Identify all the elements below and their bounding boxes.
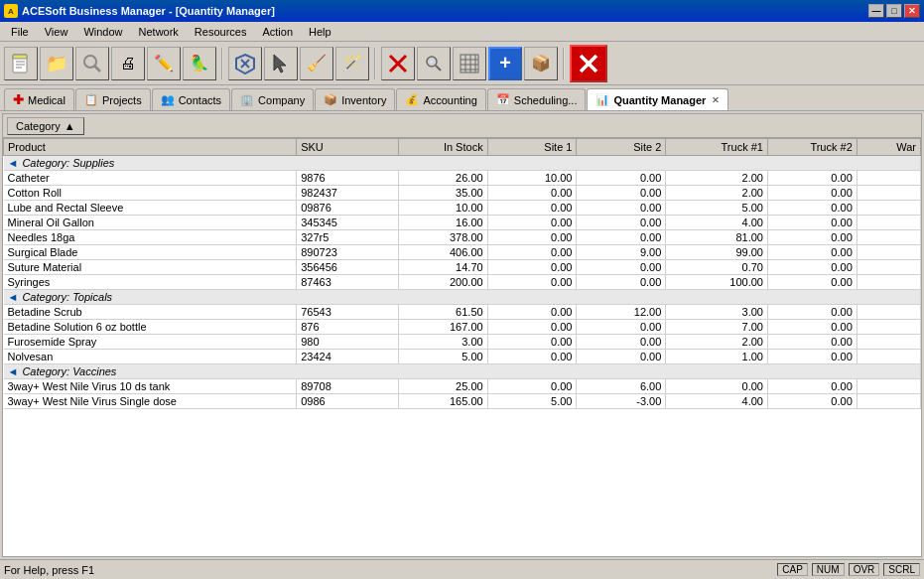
shield-button[interactable] xyxy=(228,47,262,80)
col-sku[interactable]: SKU xyxy=(297,139,399,156)
col-site2[interactable]: Site 2 xyxy=(577,139,666,156)
quantity-table: Product SKU In Stock Site 1 Site 2 Truck… xyxy=(3,138,921,409)
window-title: ACESoft Business Manager - [Quantity Man… xyxy=(22,5,275,17)
tab-scheduling[interactable]: 📅 Scheduling... xyxy=(487,88,587,110)
col-product[interactable]: Product xyxy=(4,139,297,156)
cell-instock: 35.00 xyxy=(398,186,487,201)
cell-product: Syringes xyxy=(4,275,297,290)
new-button[interactable] xyxy=(4,47,38,80)
open-button[interactable]: 📁 xyxy=(40,47,73,80)
cell-site1: 0.00 xyxy=(487,335,577,350)
table-row[interactable]: 3way+ West Nile Virus Single dose 0986 1… xyxy=(4,394,921,409)
broom-button[interactable]: 🧹 xyxy=(300,47,333,80)
col-war[interactable]: War xyxy=(857,139,920,156)
menu-file[interactable]: File xyxy=(4,23,36,41)
wizard-button[interactable]: 🪄 xyxy=(335,47,369,80)
print-button[interactable]: 🖨 xyxy=(111,47,145,80)
tab-quantity-manager[interactable]: 📊 Quantity Manager ✕ xyxy=(587,88,728,110)
menu-bar: File View Window Network Resources Actio… xyxy=(0,22,924,42)
table-row[interactable]: Catheter 9876 26.00 10.00 0.00 2.00 0.00 xyxy=(4,171,921,186)
tab-accounting-icon: 💰 xyxy=(405,93,419,106)
cell-instock: 406.00 xyxy=(398,245,487,260)
filter-button[interactable] xyxy=(453,47,486,80)
table-row[interactable]: Betadine Scrub 76543 61.50 0.00 12.00 3.… xyxy=(4,305,921,320)
cell-site2: 6.00 xyxy=(577,379,666,394)
col-site1[interactable]: Site 1 xyxy=(487,139,577,156)
cell-site1: 0.00 xyxy=(487,275,577,290)
cursor-button[interactable] xyxy=(264,47,298,80)
cell-sku: 0986 xyxy=(297,394,399,409)
tab-company[interactable]: 🏢 Company xyxy=(231,88,314,110)
cell-sku: 327r5 xyxy=(297,230,399,245)
cell-product: 3way+ West Nile Virus 10 ds tank xyxy=(4,379,297,394)
col-truck1[interactable]: Truck #1 xyxy=(666,139,768,156)
cell-instock: 5.00 xyxy=(398,350,487,364)
cell-war xyxy=(857,350,920,364)
close-button[interactable]: ✕ xyxy=(904,4,920,18)
tab-accounting[interactable]: 💰 Accounting xyxy=(396,88,485,110)
menu-view[interactable]: View xyxy=(38,23,75,41)
menu-action[interactable]: Action xyxy=(255,23,300,41)
cell-site2: 0.00 xyxy=(577,171,666,186)
table-row[interactable]: Needles 18ga 327r5 378.00 0.00 0.00 81.0… xyxy=(4,230,921,245)
cell-site2: 0.00 xyxy=(577,350,666,364)
edit-button[interactable]: ✏️ xyxy=(147,47,181,80)
cell-truck1: 7.00 xyxy=(666,320,768,335)
cell-truck1: 3.00 xyxy=(666,305,768,320)
col-instock[interactable]: In Stock xyxy=(398,139,487,156)
col-truck2[interactable]: Truck #2 xyxy=(767,139,857,156)
table-row[interactable]: Syringes 87463 200.00 0.00 0.00 100.00 0… xyxy=(4,275,921,290)
minimize-button[interactable]: — xyxy=(868,4,884,18)
data-table-wrapper[interactable]: Product SKU In Stock Site 1 Site 2 Truck… xyxy=(3,138,921,556)
table-row[interactable]: Betadine Solution 6 oz bottle 876 167.00… xyxy=(4,320,921,335)
cell-war xyxy=(857,305,920,320)
table-row[interactable]: Surgical Blade 890723 406.00 0.00 9.00 9… xyxy=(4,245,921,260)
package-button[interactable]: 📦 xyxy=(524,47,558,80)
delete-button[interactable] xyxy=(381,47,415,80)
menu-network[interactable]: Network xyxy=(132,23,186,41)
tab-inventory[interactable]: 📦 Inventory xyxy=(315,88,395,110)
ovr-indicator: OVR xyxy=(849,563,880,576)
cell-site2: 0.00 xyxy=(577,320,666,335)
cell-truck2: 0.00 xyxy=(767,186,857,201)
table-row[interactable]: Suture Material 356456 14.70 0.00 0.00 0… xyxy=(4,260,921,275)
parrot-button[interactable]: 🦜 xyxy=(183,47,216,80)
tab-medical-icon: ✚ xyxy=(13,92,24,107)
cell-site1: 0.00 xyxy=(487,186,577,201)
cell-product: Surgical Blade xyxy=(4,245,297,260)
help-text: For Help, press F1 xyxy=(4,564,94,576)
cell-site1: 0.00 xyxy=(487,305,577,320)
table-row[interactable]: Nolvesan 23424 5.00 0.00 0.00 1.00 0.00 xyxy=(4,350,921,364)
search-button[interactable] xyxy=(75,47,109,80)
cell-truck2: 0.00 xyxy=(767,379,857,394)
cell-site2: 0.00 xyxy=(577,201,666,216)
menu-help[interactable]: Help xyxy=(302,23,338,41)
tab-contacts[interactable]: 👥 Contacts xyxy=(152,88,230,110)
sort-bar: Category ▲ xyxy=(3,114,921,138)
tab-close-icon[interactable]: ✕ xyxy=(712,95,720,105)
table-row[interactable]: Furosemide Spray 980 3.00 0.00 0.00 2.00… xyxy=(4,335,921,350)
add-button[interactable]: + xyxy=(488,47,522,80)
table-row[interactable]: Mineral Oil Gallon 345345 16.00 0.00 0.0… xyxy=(4,216,921,230)
close-red-button[interactable] xyxy=(570,45,607,82)
cell-truck2: 0.00 xyxy=(767,230,857,245)
cell-sku: 76543 xyxy=(297,305,399,320)
menu-resources[interactable]: Resources xyxy=(188,23,254,41)
sort-category-button[interactable]: Category ▲ xyxy=(7,117,84,135)
find-button[interactable] xyxy=(417,47,451,80)
tab-medical[interactable]: ✚ Medical xyxy=(4,88,74,110)
menu-window[interactable]: Window xyxy=(76,23,129,41)
table-row[interactable]: 3way+ West Nile Virus 10 ds tank 89708 2… xyxy=(4,379,921,394)
maximize-button[interactable]: □ xyxy=(886,4,902,18)
num-indicator: NUM xyxy=(812,563,845,576)
table-row[interactable]: Lube and Rectal Sleeve 09876 10.00 0.00 … xyxy=(4,201,921,216)
cell-sku: 890723 xyxy=(297,245,399,260)
cell-truck1: 81.00 xyxy=(666,230,768,245)
table-row[interactable]: Cotton Roll 982437 35.00 0.00 0.00 2.00 … xyxy=(4,186,921,201)
cell-site2: -3.00 xyxy=(577,394,666,409)
table-header-row: Product SKU In Stock Site 1 Site 2 Truck… xyxy=(4,139,921,156)
cell-truck2: 0.00 xyxy=(767,201,857,216)
cell-product: Nolvesan xyxy=(4,350,297,364)
tab-projects[interactable]: 📋 Projects xyxy=(75,88,151,110)
cell-product: Betadine Scrub xyxy=(4,305,297,320)
